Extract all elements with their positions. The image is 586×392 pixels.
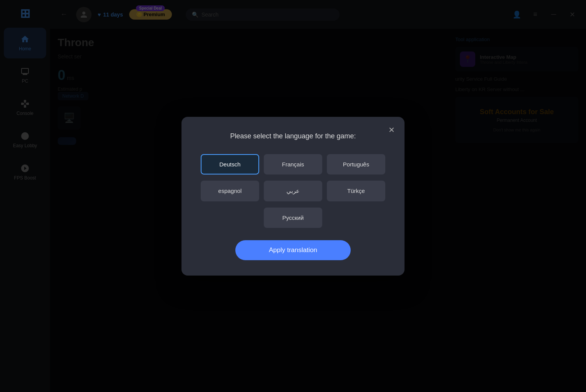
lang-button-espagnol[interactable]: espagnol bbox=[201, 181, 259, 201]
lang-button-turkce[interactable]: Türkçe bbox=[327, 181, 385, 201]
lang-button-russian[interactable]: Русский bbox=[264, 208, 322, 228]
lang-button-arabi[interactable]: عربي bbox=[264, 181, 322, 201]
modal-overlay: ✕ Please select the language for the gam… bbox=[0, 0, 586, 392]
language-modal: ✕ Please select the language for the gam… bbox=[181, 117, 405, 276]
lang-button-francais[interactable]: Français bbox=[264, 154, 322, 174]
language-grid-row3: Русский bbox=[201, 208, 385, 228]
lang-button-deutsch[interactable]: Deutsch bbox=[201, 154, 259, 174]
lang-button-portugues[interactable]: Português bbox=[327, 154, 385, 174]
language-grid-row2: espagnol عربي Türkçe bbox=[201, 181, 385, 201]
modal-close-button[interactable]: ✕ bbox=[385, 124, 398, 136]
apply-translation-button[interactable]: Apply translation bbox=[235, 240, 351, 260]
language-grid-row1: Deutsch Français Português bbox=[201, 154, 385, 174]
modal-title: Please select the language for the game: bbox=[201, 132, 385, 140]
